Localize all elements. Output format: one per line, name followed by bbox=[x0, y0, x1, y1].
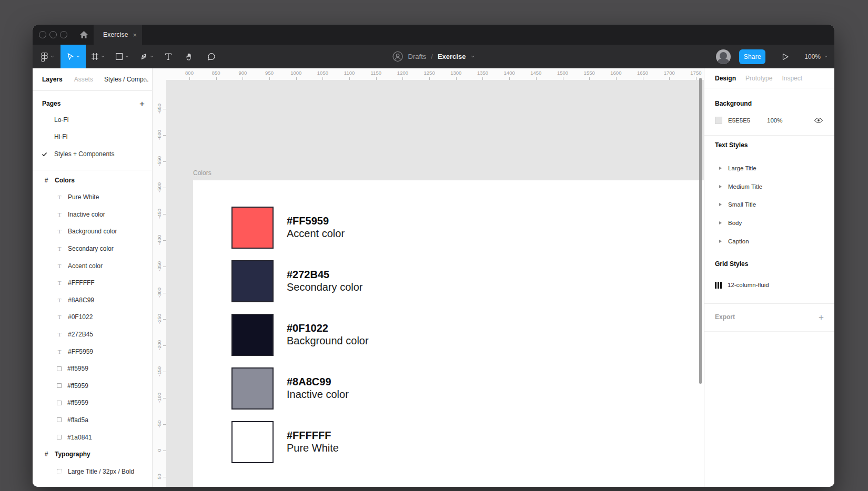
zoom-level-control[interactable]: 100% bbox=[804, 53, 828, 60]
disclosure-triangle-icon[interactable] bbox=[719, 185, 722, 188]
text-style-label: Body bbox=[728, 220, 742, 226]
ruler-tick bbox=[243, 77, 243, 80]
layer-row[interactable]: T#0F1022 bbox=[33, 309, 152, 326]
layer-row[interactable]: Large Title / 32px / Bold bbox=[33, 463, 152, 480]
pen-tool-button[interactable] bbox=[134, 45, 158, 68]
background-opacity-value[interactable]: 100% bbox=[767, 117, 782, 124]
add-page-icon[interactable]: + bbox=[139, 99, 145, 108]
grid-style-item[interactable]: 12-column-fluid bbox=[715, 280, 769, 290]
text-layer-icon: T bbox=[56, 485, 63, 487]
swatch-hex-text[interactable]: #0F1022 bbox=[287, 322, 445, 334]
layer-row[interactable]: #Typography bbox=[33, 446, 152, 463]
color-swatch-row[interactable]: #8A8C99Inactive color bbox=[231, 367, 274, 410]
tab-inspect[interactable]: Inspect bbox=[782, 75, 802, 82]
breadcrumb-current-file[interactable]: Exercise bbox=[438, 53, 466, 60]
disclosure-triangle-icon[interactable] bbox=[719, 240, 722, 243]
text-style-item[interactable]: Medium Title bbox=[704, 181, 834, 192]
shape-tool-button[interactable] bbox=[110, 45, 134, 68]
tab-design[interactable]: Design bbox=[715, 75, 736, 82]
document-tab[interactable]: Exercise × bbox=[94, 25, 142, 45]
color-swatch-row[interactable]: #0F1022Background color bbox=[231, 314, 274, 356]
text-style-item[interactable]: Caption bbox=[704, 236, 834, 247]
tab-layers[interactable]: Layers bbox=[42, 76, 63, 83]
text-style-item[interactable]: Body bbox=[704, 217, 834, 229]
main-menu-button[interactable] bbox=[37, 45, 58, 68]
layer-row[interactable]: #ff5959 bbox=[33, 360, 152, 377]
disclosure-triangle-icon[interactable] bbox=[719, 203, 722, 206]
layer-row[interactable]: T#FF5959 bbox=[33, 343, 152, 360]
layer-row[interactable]: TSecondary color bbox=[33, 240, 152, 257]
swatch-name-text[interactable]: Background color bbox=[287, 334, 445, 347]
page-item-hifi[interactable]: Hi-Fi bbox=[33, 129, 152, 145]
present-play-icon[interactable] bbox=[781, 53, 790, 61]
share-button[interactable]: Share bbox=[739, 49, 765, 64]
color-swatch-row[interactable]: #272B45Secondary color bbox=[231, 260, 274, 302]
layer-row[interactable]: T#FFFFFF bbox=[33, 274, 152, 292]
color-swatch[interactable] bbox=[231, 314, 274, 356]
layer-row[interactable]: TBackground color bbox=[33, 223, 152, 240]
swatch-name-text[interactable]: Secondary color bbox=[287, 281, 445, 293]
layer-row[interactable]: TPure White bbox=[33, 189, 152, 206]
swatch-hex-text[interactable]: #FF5959 bbox=[287, 214, 445, 227]
traffic-light-minimize[interactable] bbox=[49, 31, 57, 38]
swatch-hex-text[interactable]: #272B45 bbox=[287, 268, 445, 281]
background-color-swatch[interactable] bbox=[715, 117, 722, 124]
frame-tool-button[interactable] bbox=[86, 45, 110, 68]
layer-row[interactable]: #1a0841 bbox=[33, 428, 152, 446]
layer-row[interactable]: #Colors bbox=[33, 171, 152, 189]
traffic-light-zoom[interactable] bbox=[60, 31, 67, 38]
eye-icon[interactable] bbox=[814, 117, 823, 124]
color-swatch[interactable] bbox=[231, 207, 274, 249]
layer-row[interactable]: T#8A8C99 bbox=[33, 291, 152, 309]
pen-icon bbox=[139, 53, 148, 61]
canvas[interactable]: 8008509009501000105011001150120012501300… bbox=[153, 68, 704, 487]
swatch-name-text[interactable]: Accent color bbox=[287, 227, 445, 240]
text-style-item[interactable]: Large Title bbox=[704, 162, 834, 174]
layer-row[interactable]: #ffad5a bbox=[33, 411, 152, 428]
colors-frame[interactable]: #FF5959Accent color#272B45Secondary colo… bbox=[193, 180, 704, 487]
layer-row[interactable]: T bbox=[33, 480, 152, 487]
vertical-scrollbar[interactable] bbox=[699, 78, 702, 384]
collapse-pages-icon[interactable] bbox=[140, 75, 149, 84]
color-swatch-row[interactable]: #FF5959Accent color bbox=[231, 207, 274, 249]
home-icon[interactable] bbox=[79, 30, 88, 39]
color-swatch[interactable] bbox=[231, 367, 274, 410]
layer-row[interactable]: T#272B45 bbox=[33, 325, 152, 343]
tab-prototype[interactable]: Prototype bbox=[745, 75, 772, 82]
hand-tool-button[interactable] bbox=[178, 45, 200, 68]
breadcrumb-drafts[interactable]: Drafts bbox=[408, 53, 427, 60]
user-avatar[interactable] bbox=[716, 49, 731, 64]
ruler-tick bbox=[163, 161, 166, 162]
comment-tool-button[interactable] bbox=[200, 45, 223, 68]
text-style-label: Small Title bbox=[728, 201, 756, 208]
disclosure-triangle-icon[interactable] bbox=[719, 221, 722, 224]
background-hex-value[interactable]: E5E5E5 bbox=[728, 117, 750, 124]
text-tool-button[interactable] bbox=[158, 45, 178, 68]
color-swatch[interactable] bbox=[231, 260, 274, 302]
add-export-icon[interactable]: + bbox=[819, 313, 824, 322]
disclosure-triangle-icon[interactable] bbox=[719, 167, 722, 170]
page-item-lofi[interactable]: Lo-Fi bbox=[33, 112, 152, 128]
page-item-styles-components[interactable]: Styles + Components bbox=[33, 146, 152, 162]
color-swatch-row[interactable]: #FFFFFFPure White bbox=[231, 421, 274, 463]
tab-assets[interactable]: Assets bbox=[74, 76, 93, 83]
layer-label: #8A8C99 bbox=[68, 296, 94, 304]
swatch-name-text[interactable]: Inactive color bbox=[287, 388, 445, 401]
layer-row[interactable]: #ff5959 bbox=[33, 394, 152, 412]
swatch-hex-text[interactable]: #FFFFFF bbox=[287, 429, 445, 442]
color-swatch[interactable] bbox=[231, 421, 274, 463]
close-tab-icon[interactable]: × bbox=[133, 32, 137, 38]
layer-row[interactable]: #ff5959 bbox=[33, 377, 152, 394]
frame-title[interactable]: Colors bbox=[193, 169, 211, 177]
layer-row[interactable]: TInactive color bbox=[33, 206, 152, 223]
move-tool-button[interactable] bbox=[60, 45, 86, 68]
layer-row[interactable]: TAccent color bbox=[33, 257, 152, 274]
breadcrumb: Drafts / Exercise bbox=[392, 45, 475, 68]
frame-icon: # bbox=[43, 177, 49, 184]
ruler-tick bbox=[163, 451, 166, 451]
swatch-hex-text[interactable]: #8A8C99 bbox=[287, 375, 445, 388]
swatch-name-text[interactable]: Pure White bbox=[287, 442, 445, 454]
traffic-light-close[interactable] bbox=[39, 31, 46, 38]
text-style-item[interactable]: Small Title bbox=[704, 199, 834, 210]
chevron-down-icon[interactable] bbox=[470, 55, 475, 58]
